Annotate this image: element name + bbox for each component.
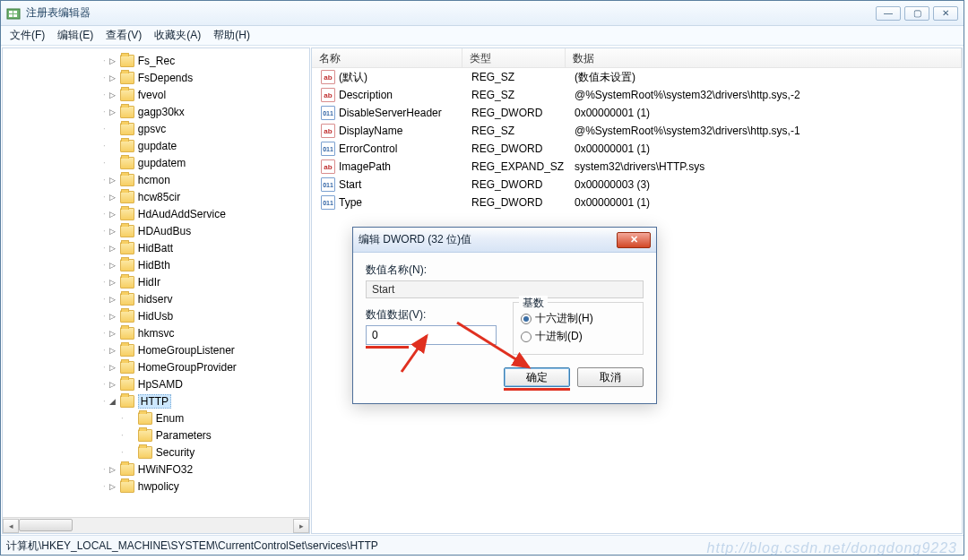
scroll-left-button[interactable]: ◂	[3, 519, 19, 533]
tree-spacer	[107, 123, 118, 134]
expand-toggle-icon[interactable]	[107, 361, 118, 373]
tree-item[interactable]: ·Security	[3, 444, 309, 461]
expand-toggle-icon[interactable]	[107, 55, 118, 66]
tree-item[interactable]: ·HidIr	[3, 273, 309, 290]
value-row[interactable]: ab(默认)REG_SZ(数值未设置)	[312, 68, 962, 86]
scroll-thumb[interactable]	[19, 519, 73, 531]
value-data: system32\drivers\HTTP.sys	[569, 160, 962, 173]
tree-item-label: Enum	[156, 412, 184, 425]
tree-item[interactable]: ·hcw85cir	[3, 188, 309, 205]
tree-item[interactable]: ·hidserv	[3, 290, 309, 307]
svg-rect-3	[9, 14, 13, 17]
menu-favorites[interactable]: 收藏夹(A)	[149, 26, 206, 45]
tree-item[interactable]: ·gupdatem	[3, 154, 309, 171]
expand-toggle-icon[interactable]	[107, 480, 118, 492]
tree-item[interactable]: ·gupdate	[3, 137, 309, 154]
menu-view[interactable]: 查看(V)	[100, 26, 147, 45]
expand-toggle-icon[interactable]	[107, 293, 118, 305]
value-row[interactable]: abDisplayNameREG_SZ@%SystemRoot%\system3…	[312, 122, 962, 140]
expand-toggle-icon[interactable]	[107, 463, 118, 475]
tree-item-label: HomeGroupProvider	[138, 361, 237, 374]
expand-toggle-icon[interactable]	[107, 191, 118, 202]
window-controls: — ▢ ✕	[876, 6, 958, 21]
value-row[interactable]: 011ErrorControlREG_DWORD0x00000001 (1)	[312, 140, 962, 158]
menu-edit[interactable]: 编辑(E)	[52, 26, 99, 45]
folder-icon	[120, 463, 134, 476]
folder-icon	[120, 208, 134, 220]
value-row[interactable]: 011TypeREG_DWORD0x00000001 (1)	[312, 194, 962, 211]
cancel-button[interactable]: 取消	[577, 367, 644, 387]
tree-item[interactable]: ·HidUsb	[3, 307, 309, 324]
scroll-right-button[interactable]: ▸	[293, 519, 309, 533]
expand-toggle-icon[interactable]	[107, 72, 118, 83]
tree-item[interactable]: ·hcmon	[3, 171, 309, 188]
tree-item[interactable]: ·HdAudAddService	[3, 205, 309, 222]
expand-toggle-icon[interactable]	[107, 344, 118, 356]
tree-item[interactable]: ·Enum	[3, 409, 309, 426]
tree-item[interactable]: ·HomeGroupListener	[3, 341, 309, 358]
value-row[interactable]: 011DisableServerHeaderREG_DWORD0x0000000…	[312, 104, 962, 122]
folder-icon	[120, 106, 134, 118]
folder-icon	[120, 310, 134, 323]
edit-dword-dialog: 编辑 DWORD (32 位)值 ✕ 数值名称(N): Start 数值数据(V…	[352, 227, 657, 404]
value-name: Type	[339, 196, 362, 209]
value-row[interactable]: abImagePathREG_EXPAND_SZsystem32\drivers…	[312, 158, 962, 176]
close-button[interactable]: ✕	[933, 6, 958, 21]
value-row[interactable]: 011StartREG_DWORD0x00000003 (3)	[312, 176, 962, 194]
radio-dec-row[interactable]: 十进制(D)	[521, 329, 635, 344]
expand-toggle-icon[interactable]	[107, 208, 118, 220]
tree-item[interactable]: ·Parameters	[3, 426, 309, 444]
expand-toggle-icon[interactable]	[107, 89, 118, 100]
tree-item[interactable]: ·fvevol	[3, 86, 309, 103]
tree-item[interactable]: ·HidBatt	[3, 239, 309, 256]
expand-toggle-icon[interactable]	[107, 276, 118, 288]
expand-toggle-icon[interactable]	[107, 395, 118, 407]
reg-dword-icon: 011	[321, 142, 335, 156]
value-list[interactable]: ab(默认)REG_SZ(数值未设置)abDescriptionREG_SZ@%…	[312, 68, 962, 211]
radio-hex-row[interactable]: 十六进制(H)	[521, 311, 635, 326]
tree-item[interactable]: ·hkmsvc	[3, 324, 309, 341]
tree[interactable]: ·Fs_Rec·FsDepends·fvevol·gagp30kx·gpsvc·…	[3, 48, 309, 517]
expand-toggle-icon[interactable]	[107, 174, 118, 185]
expand-toggle-icon[interactable]	[107, 310, 118, 322]
tree-spacer	[125, 412, 136, 424]
col-data[interactable]: 数据	[566, 48, 962, 67]
value-type: REG_SZ	[466, 125, 569, 137]
tree-item[interactable]: ·HWiNFO32	[3, 461, 309, 478]
tree-item[interactable]: ·gpsvc	[3, 120, 309, 137]
tree-item[interactable]: ·FsDepends	[3, 69, 309, 86]
tree-item[interactable]: ·HidBth	[3, 256, 309, 273]
expand-toggle-icon[interactable]	[107, 259, 118, 271]
value-data-input[interactable]	[366, 325, 497, 345]
ok-button[interactable]: 确定	[504, 367, 570, 387]
tree-item-label: HWiNFO32	[138, 463, 193, 476]
expand-toggle-icon[interactable]	[107, 242, 118, 254]
tree-item[interactable]: ·HDAudBus	[3, 222, 309, 239]
expand-toggle-icon[interactable]	[107, 327, 118, 339]
tree-spacer	[107, 157, 118, 168]
menu-help[interactable]: 帮助(H)	[208, 26, 255, 45]
col-type[interactable]: 类型	[462, 48, 566, 67]
expand-toggle-icon[interactable]	[107, 225, 118, 237]
radio-hex[interactable]	[521, 314, 532, 324]
scroll-track[interactable]	[19, 519, 293, 533]
tree-item[interactable]: ·HpSAMD	[3, 375, 309, 392]
tree-item[interactable]: ·hwpolicy	[3, 478, 309, 495]
radio-dec[interactable]	[521, 332, 532, 342]
tree-hscrollbar[interactable]: ◂ ▸	[3, 517, 309, 533]
value-row[interactable]: abDescriptionREG_SZ@%SystemRoot%\system3…	[312, 86, 962, 104]
expand-toggle-icon[interactable]	[107, 106, 118, 117]
menu-file[interactable]: 文件(F)	[4, 26, 50, 45]
minimize-button[interactable]: —	[876, 6, 901, 21]
reg-sz-icon: ab	[321, 70, 335, 84]
tree-item[interactable]: ·HTTP	[3, 392, 309, 409]
tree-item[interactable]: ·HomeGroupProvider	[3, 358, 309, 375]
dialog-close-button[interactable]: ✕	[617, 232, 651, 248]
tree-item[interactable]: ·Fs_Rec	[3, 52, 309, 69]
expand-toggle-icon[interactable]	[107, 378, 118, 390]
folder-icon	[120, 344, 134, 357]
tree-item[interactable]: ·gagp30kx	[3, 103, 309, 120]
col-name[interactable]: 名称	[312, 48, 462, 67]
tree-item-label: hcmon	[138, 174, 170, 186]
maximize-button[interactable]: ▢	[904, 6, 929, 21]
